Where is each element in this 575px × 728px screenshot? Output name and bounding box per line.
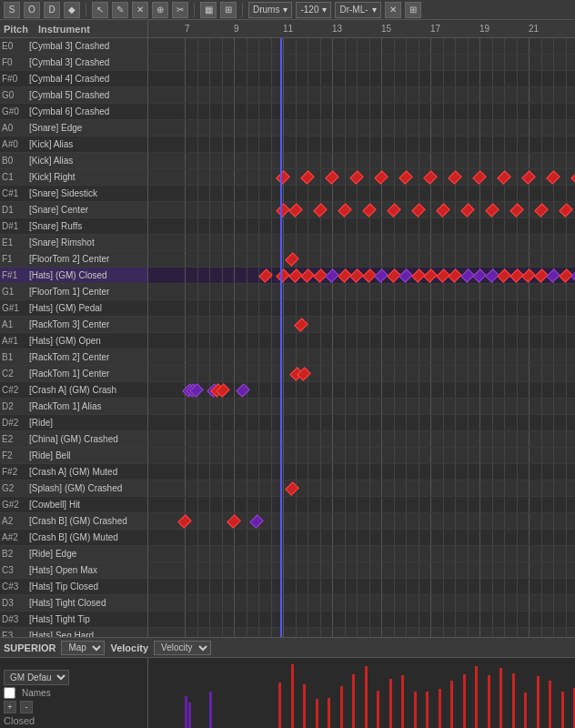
toolbar-close[interactable]: ✕ bbox=[385, 2, 401, 18]
gm-default-dropdown[interactable]: GM Defau bbox=[4, 670, 69, 685]
piano-row-Cs1[interactable]: C#1[Snare] Sidestick bbox=[0, 186, 148, 202]
grid-row-F1 bbox=[148, 251, 575, 268]
piano-row-Gs1[interactable]: G#1[Hats] (GM) Pedal bbox=[0, 300, 148, 317]
note[interactable] bbox=[294, 318, 308, 332]
piano-row-Fs0[interactable]: F#0[Cymbal 4] Crashed bbox=[0, 71, 148, 87]
note[interactable] bbox=[349, 170, 364, 185]
instr-cell: [Splash] (GM) Crashed bbox=[29, 483, 122, 493]
piano-row-Ds1[interactable]: D#1[Snare] Ruffs bbox=[0, 218, 148, 235]
note[interactable] bbox=[338, 203, 352, 217]
note[interactable] bbox=[436, 203, 450, 217]
piano-row-Fs1[interactable]: F#1[Hats] (GM) Closed bbox=[0, 268, 148, 284]
drum-map-dropdown[interactable]: Drums▾ bbox=[248, 2, 292, 18]
piano-row-C2[interactable]: C2[RackTom 1] Center bbox=[0, 366, 148, 382]
velocity-dropdown[interactable]: Velocity bbox=[154, 641, 211, 655]
piano-row-G2[interactable]: G2[Splash] (GM) Crashed bbox=[0, 480, 148, 497]
toolbar-icon-s[interactable]: S bbox=[4, 2, 20, 18]
piano-row-As2[interactable]: A#2[Crash B] (GM) Muted bbox=[0, 530, 148, 546]
note[interactable] bbox=[559, 203, 573, 217]
velocity-grid[interactable] bbox=[148, 658, 575, 728]
piano-row-A0[interactable]: A0[Snare] Edge bbox=[0, 120, 148, 136]
piano-row-Ds2[interactable]: D#2[Ride] bbox=[0, 415, 148, 431]
toolbar-grid[interactable]: ⊞ bbox=[220, 2, 237, 18]
names-checkbox[interactable] bbox=[4, 687, 15, 699]
toolbar-eraser[interactable]: ✕ bbox=[132, 2, 148, 18]
map-dropdown[interactable]: Map bbox=[61, 641, 105, 655]
note[interactable] bbox=[227, 514, 241, 529]
toolbar-icon-diamond[interactable]: ◆ bbox=[64, 2, 80, 18]
note[interactable] bbox=[485, 203, 499, 217]
note[interactable] bbox=[285, 252, 299, 267]
note[interactable] bbox=[313, 203, 328, 217]
toolbar-cursor[interactable]: ↖ bbox=[92, 2, 108, 18]
piano-row-B0[interactable]: B0[Kick] Alias bbox=[0, 153, 148, 169]
pitch-cell: D3 bbox=[2, 598, 29, 608]
note[interactable] bbox=[534, 203, 549, 217]
toolbar-zoom[interactable]: ⊕ bbox=[152, 2, 168, 18]
vel-icon-minus[interactable]: - bbox=[20, 701, 33, 713]
piano-row-E0[interactable]: E0[Cymbal 3] Crashed bbox=[0, 38, 148, 55]
tempo-dropdown[interactable]: -120▾ bbox=[296, 2, 331, 18]
piano-row-F1[interactable]: F1[FloorTom 2] Center bbox=[0, 251, 148, 268]
piano-row-As1[interactable]: A#1[Hats] (GM) Open bbox=[0, 333, 148, 349]
note[interactable] bbox=[398, 170, 413, 185]
piano-row-Ds3[interactable]: D#3[Hats] Tight Tip bbox=[0, 612, 148, 628]
pitch-cell: F1 bbox=[2, 254, 29, 264]
piano-row-Fs2[interactable]: F#2[Crash A] (GM) Muted bbox=[0, 464, 148, 480]
toolbar-icon-o[interactable]: O bbox=[24, 2, 40, 18]
note[interactable] bbox=[509, 203, 524, 217]
piano-row-As0[interactable]: A#0[Kick] Alias bbox=[0, 136, 148, 153]
note[interactable] bbox=[374, 170, 388, 185]
piano-row-G1[interactable]: G1[FloorTom 1] Center bbox=[0, 284, 148, 300]
vel-icon-plus[interactable]: + bbox=[4, 701, 16, 713]
piano-row-B1[interactable]: B1[RackTom 2] Center bbox=[0, 349, 148, 366]
piano-row-E2[interactable]: E2[China] (GM) Crashed bbox=[0, 431, 148, 448]
note[interactable] bbox=[285, 481, 299, 496]
note[interactable] bbox=[288, 203, 303, 217]
note[interactable] bbox=[249, 514, 264, 529]
plugin-dropdown[interactable]: Dr-ML-▾ bbox=[335, 2, 380, 18]
piano-row-A1[interactable]: A1[RackTom 3] Center bbox=[0, 317, 148, 333]
toolbar-pencil[interactable]: ✎ bbox=[112, 2, 128, 18]
piano-row-F0[interactable]: F0[Cymbal 3] Crashed bbox=[0, 55, 148, 71]
piano-row-D1[interactable]: D1[Snare] Center bbox=[0, 202, 148, 218]
note[interactable] bbox=[460, 203, 475, 217]
note[interactable] bbox=[570, 170, 575, 185]
note[interactable] bbox=[236, 383, 250, 398]
toolbar-icon-d[interactable]: D bbox=[44, 2, 60, 18]
grid-container[interactable]: 7911131517192123 bbox=[148, 20, 575, 637]
toolbar-extra[interactable]: ⊞ bbox=[405, 2, 421, 18]
piano-row-Gs2[interactable]: G#2[Cowbell] Hit bbox=[0, 497, 148, 513]
piano-row-E3[interactable]: E3[Hats] Seq Hard bbox=[0, 628, 148, 637]
note[interactable] bbox=[423, 170, 438, 185]
note[interactable] bbox=[300, 170, 315, 185]
note[interactable] bbox=[448, 170, 462, 185]
piano-row-Cs2[interactable]: C#2[Crash A] (GM) Crash bbox=[0, 382, 148, 399]
piano-row-F2[interactable]: F2[Ride] Bell bbox=[0, 448, 148, 464]
piano-row-A2[interactable]: A2[Crash B] (GM) Crashed bbox=[0, 513, 148, 530]
toolbar-cut[interactable]: ✂ bbox=[172, 2, 188, 18]
note[interactable] bbox=[521, 170, 536, 185]
piano-row-C3[interactable]: C3[Hats] Open Max bbox=[0, 562, 148, 579]
piano-row-G0[interactable]: G0[Cymbal 5] Crashed bbox=[0, 87, 148, 104]
note[interactable] bbox=[258, 268, 273, 283]
piano-row-Gs0[interactable]: G#0[Cymbal 6] Crashed bbox=[0, 104, 148, 120]
note[interactable] bbox=[497, 170, 511, 185]
piano-row-B2[interactable]: B2[Ride] Edge bbox=[0, 546, 148, 562]
piano-row-D3[interactable]: D3[Hats] Tight Closed bbox=[0, 595, 148, 612]
note[interactable] bbox=[570, 268, 575, 283]
note[interactable] bbox=[472, 170, 487, 185]
note[interactable] bbox=[362, 203, 377, 217]
note[interactable] bbox=[177, 514, 192, 529]
toolbar-bars[interactable]: ▦ bbox=[200, 2, 217, 18]
piano-row-Cs3[interactable]: C#3[Hats] Tip Closed bbox=[0, 579, 148, 595]
note[interactable] bbox=[325, 170, 339, 185]
note[interactable] bbox=[546, 170, 560, 185]
piano-row-D2[interactable]: D2[RackTom 1] Alias bbox=[0, 399, 148, 415]
note[interactable] bbox=[387, 203, 401, 217]
piano-row-E1[interactable]: E1[Snare] Rimshot bbox=[0, 235, 148, 251]
piano-row-C1[interactable]: C1[Kick] Right bbox=[0, 169, 148, 186]
note[interactable] bbox=[276, 170, 290, 185]
note[interactable] bbox=[411, 203, 426, 217]
grid-canvas[interactable] bbox=[148, 38, 575, 637]
